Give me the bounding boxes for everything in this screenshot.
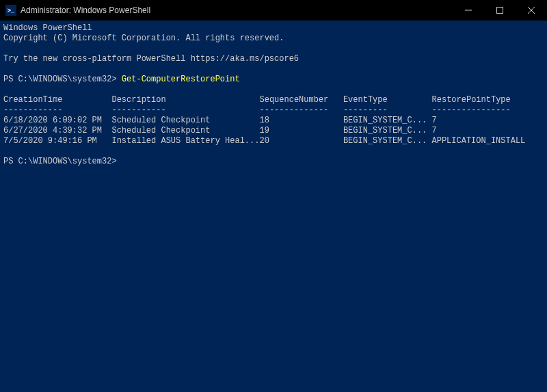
window-title: Administrator: Windows PowerShell — [21, 5, 453, 15]
svg-rect-1 — [497, 8, 503, 14]
powershell-window: >_ Administrator: Windows PowerShell Win… — [0, 0, 547, 392]
powershell-icon: >_ — [5, 5, 16, 16]
window-controls — [453, 0, 547, 21]
col-header-description: Description — [111, 95, 259, 105]
table-header: CreationTime Description SequenceNumber … — [3, 95, 511, 105]
prompt-command: Get-ComputerRestorePoint — [122, 75, 240, 84]
titlebar[interactable]: >_ Administrator: Windows PowerShell — [0, 0, 547, 21]
table-divider: ------------ ----------- -------------- … — [3, 105, 511, 115]
close-icon — [528, 7, 535, 14]
col-header-creationtime: CreationTime — [3, 95, 111, 105]
maximize-icon — [496, 7, 503, 14]
col-header-restorepointtype: RestorePointType — [432, 95, 511, 105]
try-line: Try the new cross-platform PowerShell ht… — [3, 54, 299, 64]
close-button[interactable] — [516, 0, 547, 21]
prompt-path: PS C:\WINDOWS\system32> — [3, 75, 122, 84]
col-header-eventtype: EventType — [343, 95, 432, 105]
prompt-path: PS C:\WINDOWS\system32> — [3, 157, 117, 166]
table-body: 6/18/2020 6:09:02 PM Scheduled Checkpoin… — [3, 116, 525, 146]
minimize-icon — [465, 7, 472, 14]
terminal-area[interactable]: Windows PowerShell Copyright (C) Microso… — [0, 21, 547, 392]
powershell-icon-text: >_ — [8, 7, 14, 14]
minimize-button[interactable] — [453, 0, 484, 21]
maximize-button[interactable] — [484, 0, 516, 21]
header-line: Windows PowerShell — [3, 23, 92, 33]
col-header-sequencenumber: SequenceNumber — [259, 95, 343, 105]
copyright-line: Copyright (C) Microsoft Corporation. All… — [3, 34, 284, 43]
